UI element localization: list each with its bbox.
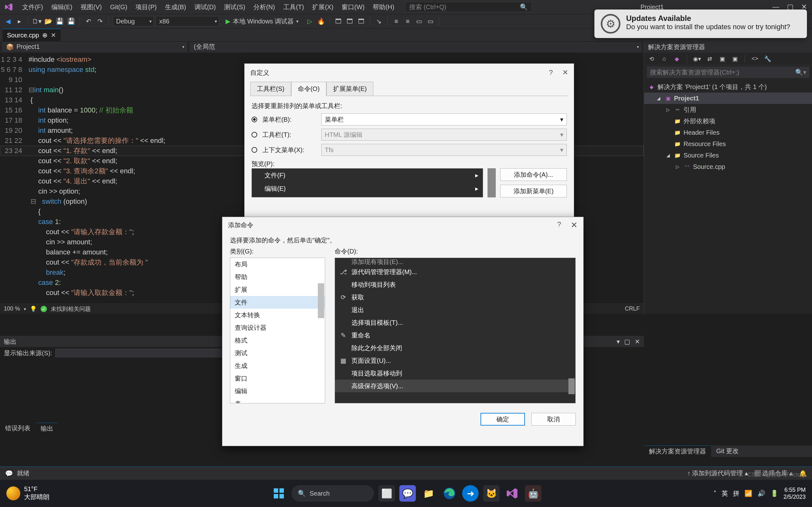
tab-pin-icon[interactable]: ⊕ — [42, 32, 48, 39]
select-menubar[interactable]: 菜单栏 — [321, 113, 567, 125]
tree-header-files[interactable]: 📁Header Files — [644, 127, 812, 138]
explorer-icon[interactable]: 📁 — [420, 485, 437, 502]
nav-scope-combo[interactable]: (全局范 — [190, 43, 641, 51]
add-menu-button[interactable]: 添加新菜单(E) — [500, 185, 567, 198]
tree-source-files[interactable]: ◢📁Source Files — [644, 150, 812, 161]
tab-solution-explorer[interactable]: 解决方案资源管理器 — [644, 446, 711, 457]
dialog-help-icon[interactable]: ? — [557, 220, 561, 230]
ime-lang-1[interactable]: 英 — [722, 489, 728, 498]
command-item[interactable]: ⎇源代码管理管理器(M)... — [335, 266, 575, 278]
menu-git[interactable]: Git(G) — [106, 2, 131, 12]
command-scrollbar[interactable] — [568, 378, 575, 394]
taskbar-clock[interactable]: 6:55 PM2/5/2023 — [783, 487, 806, 500]
save-all-icon[interactable]: 💾 — [66, 16, 76, 26]
chat-icon[interactable]: 💬 — [399, 485, 416, 502]
customize-tab-commands[interactable]: 命令(O) — [291, 82, 326, 96]
wifi-icon[interactable]: 📶 — [745, 490, 752, 497]
command-item[interactable]: 除此之外全部关闭 — [335, 342, 575, 354]
se-home-icon[interactable]: ⌂ — [659, 54, 669, 64]
nav-project-combo[interactable]: 📦 Project1 — [3, 43, 187, 51]
ok-button[interactable]: 确定 — [480, 413, 525, 426]
command-item[interactable]: 添加现有项目(E)... — [335, 258, 575, 266]
tree-resource-files[interactable]: 📁Resource Files — [644, 138, 812, 150]
se-wrench-icon[interactable]: 🔧 — [763, 54, 772, 64]
new-project-icon[interactable]: 🗋▾ — [32, 16, 42, 26]
se-icon-7[interactable]: <> — [750, 54, 760, 64]
tb-icon-5[interactable]: ≡ — [392, 16, 401, 26]
edge-icon[interactable] — [441, 485, 458, 502]
start-nodebug-icon[interactable]: ▷ — [305, 16, 314, 26]
menu-extensions[interactable]: 扩展(X) — [308, 2, 337, 13]
menu-debug[interactable]: 调试(D) — [191, 2, 220, 13]
command-list[interactable]: 添加现有项目(E)... ⎇源代码管理管理器(M)... 移动到项目列表 ⟳获取… — [335, 258, 576, 403]
command-item[interactable]: ✎重命名 — [335, 329, 575, 342]
customize-tab-toolbars[interactable]: 工具栏(S) — [250, 82, 291, 96]
status-add-source[interactable]: ↑ 添加到源代码管理 ▴ — [687, 469, 748, 477]
category-item[interactable]: 布局 — [230, 258, 325, 271]
tb-icon-6[interactable]: ≡ — [403, 16, 412, 26]
output-dock-icon[interactable]: ▢ — [624, 338, 630, 345]
category-item[interactable]: 表 — [230, 397, 325, 403]
global-search-input[interactable]: 搜索 (Ctrl+Q) 🔍 — [405, 2, 532, 12]
nav-back-icon[interactable]: ◀ — [3, 16, 13, 26]
category-item[interactable]: 生成 — [230, 359, 325, 372]
tray-chevron-icon[interactable]: ˄ — [713, 490, 716, 497]
category-item[interactable]: 编辑 — [230, 385, 325, 397]
menu-view[interactable]: 视图(V) — [77, 2, 106, 13]
menu-build[interactable]: 生成(B) — [161, 2, 190, 13]
app-icon-3[interactable]: 🤖 — [525, 485, 542, 502]
command-item[interactable]: 选择项目模板(T)... — [335, 316, 575, 329]
volume-icon[interactable]: 🔊 — [757, 490, 765, 497]
tab-close-icon[interactable]: ✕ — [51, 32, 56, 39]
editor-tab[interactable]: Source.cpp ⊕ ✕ — [3, 29, 61, 41]
add-command-button[interactable]: 添加命令(A)... — [500, 168, 567, 181]
bulb-icon[interactable]: 💡 — [30, 305, 37, 313]
save-icon[interactable]: 💾 — [55, 16, 64, 26]
command-item[interactable]: 项目选取器移动到 — [335, 367, 575, 380]
output-pin-icon[interactable]: ▾ — [617, 338, 620, 345]
taskbar-weather[interactable]: 51°F大部晴朗 — [6, 486, 49, 501]
nav-fwd-icon[interactable]: ▸ — [14, 16, 24, 26]
tb-icon-8[interactable]: ▭ — [426, 16, 435, 26]
menu-tools[interactable]: 工具(T) — [280, 2, 308, 13]
preview-scrollbar[interactable] — [488, 168, 496, 198]
radio-menubar[interactable] — [252, 117, 257, 122]
preview-item[interactable]: 文件(F) — [252, 169, 483, 182]
tb-icon-1[interactable]: 🗖 — [334, 16, 343, 26]
output-tab-errors[interactable]: 错误列表 — [0, 423, 36, 434]
hot-reload-icon[interactable]: 🔥 — [316, 16, 326, 26]
dialog-close-icon[interactable]: ✕ — [562, 68, 568, 77]
category-item[interactable]: 测试 — [230, 347, 325, 359]
preview-list[interactable]: 文件(F) 编辑(E) — [252, 168, 483, 198]
redo-icon[interactable]: ↷ — [95, 16, 105, 26]
customize-tab-ext[interactable]: 扩展菜单(E) — [326, 82, 374, 96]
tb-icon-4[interactable]: ↘ — [374, 16, 384, 26]
taskbar-search[interactable]: 🔍Search — [292, 485, 374, 502]
start-button[interactable] — [270, 485, 287, 502]
update-toast[interactable]: ⚙ Updates Available Do you want to insta… — [595, 9, 807, 38]
se-icon-5[interactable]: ▣ — [717, 54, 727, 64]
undo-icon[interactable]: ↶ — [84, 16, 93, 26]
solution-search-input[interactable]: 搜索解决方案资源管理器(Ctrl+;)🔍▾ — [647, 66, 809, 78]
category-item[interactable]: 格式 — [230, 334, 325, 347]
open-icon[interactable]: 📂 — [44, 16, 53, 26]
menu-test[interactable]: 测试(S) — [220, 2, 249, 13]
start-debug-button[interactable]: ▶本地 Windows 调试器▾ — [221, 16, 303, 26]
se-icon-1[interactable]: ⟲ — [647, 54, 656, 64]
cancel-button[interactable]: 取消 — [531, 413, 576, 426]
select-toolbar[interactable]: HTML 源编辑 — [321, 129, 567, 141]
category-scrollbar[interactable] — [318, 283, 324, 318]
app-icon-2[interactable]: 🐱 — [483, 485, 500, 502]
visual-studio-icon[interactable] — [504, 485, 520, 502]
tree-project[interactable]: ◢▣Project1 — [644, 93, 812, 104]
ime-lang-2[interactable]: 拼 — [733, 489, 740, 498]
battery-icon[interactable]: 🔋 — [770, 490, 778, 497]
menu-edit[interactable]: 编辑(E) — [48, 2, 77, 13]
output-tab-output[interactable]: 输出 — [36, 423, 58, 434]
se-icon-4[interactable]: ⇄ — [705, 54, 714, 64]
output-close-icon[interactable]: ✕ — [635, 338, 640, 345]
dialog-help-icon[interactable]: ? — [549, 68, 553, 77]
app-icon-1[interactable]: ➜ — [462, 485, 478, 502]
category-item[interactable]: 帮助 — [230, 271, 325, 283]
command-item[interactable]: 退出 — [335, 303, 575, 316]
